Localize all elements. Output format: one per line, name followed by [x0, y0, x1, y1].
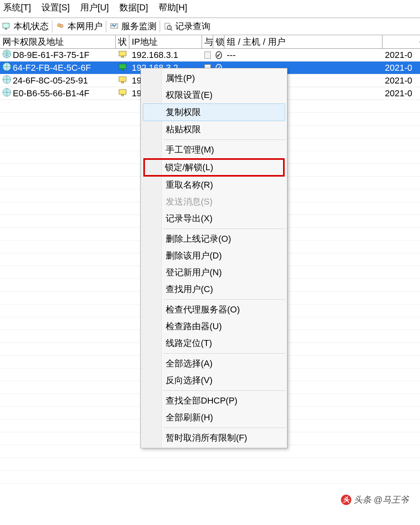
menu-settings[interactable]: 设置[S] — [40, 1, 71, 14]
context-menu-item[interactable]: 查找全部DHCP(P) — [142, 392, 286, 409]
menu-separator — [163, 353, 285, 354]
context-menu-item[interactable]: 暂时取消所有限制(F) — [142, 430, 286, 446]
context-menu-item[interactable]: 检查代理服务器(O) — [142, 301, 286, 318]
context-menu-item[interactable]: 权限设置(E) — [142, 87, 286, 103]
toolbar-lan-users-button[interactable]: 本网用户 — [67, 20, 103, 32]
monitor-small-icon — [119, 76, 127, 86]
watermark-label: 头条 @马王爷 — [354, 494, 409, 506]
menu-system[interactable]: 系统[T] — [2, 1, 33, 14]
context-menu-item[interactable]: 锁定/解锁(L) — [144, 159, 284, 176]
svg-rect-19 — [121, 95, 124, 96]
mac-address: 64-F2-FB-4E-5C-6F — [13, 63, 91, 73]
svg-rect-13 — [121, 69, 124, 70]
context-menu-item[interactable]: 全部刷新(H) — [142, 409, 286, 426]
date-cell: 2021-0 — [382, 50, 420, 60]
context-menu-item: 发送消息(S) — [142, 193, 286, 210]
context-menu-item[interactable]: 反向选择(V) — [142, 372, 286, 389]
menu-separator — [163, 229, 285, 229]
date-cell: 2021-0 — [382, 76, 420, 86]
context-menu-item[interactable]: 复制权限 — [143, 103, 285, 121]
monitor-small-icon — [119, 50, 127, 60]
toolbar-local-status-button[interactable]: 本机状态 — [14, 20, 49, 32]
menu-separator — [163, 139, 285, 140]
col-header-status3[interactable]: 锁 — [213, 35, 224, 49]
globe-icon — [2, 75, 11, 86]
col-header-status2[interactable]: 与 — [202, 35, 213, 49]
empty-row — [0, 471, 420, 483]
context-menu-item[interactable]: 属性(P) — [142, 70, 286, 87]
context-menu-item[interactable]: 删除上线记录(O) — [142, 231, 286, 247]
empty-row — [0, 458, 420, 471]
menu-separator — [163, 299, 285, 300]
context-menu-item[interactable]: 重取名称(R) — [142, 177, 286, 193]
mac-address: E0-B6-55-66-B1-4F — [13, 88, 89, 99]
toolbar-service-monitor-button[interactable]: 服务监测 — [121, 20, 157, 32]
menu-separator — [163, 390, 285, 391]
context-menu-item[interactable]: 全部选择(A) — [142, 355, 286, 372]
date-cell: 2021-0 — [382, 63, 420, 73]
toolbar: 本机状态 本网用户 服务监测 记录查询 — [0, 18, 420, 35]
menu-help[interactable]: 帮助[H] — [157, 1, 189, 14]
context-menu-item[interactable]: 线路定位(T) — [142, 335, 286, 352]
watermark-icon: 头 — [341, 495, 351, 505]
svg-rect-9 — [119, 51, 126, 56]
svg-rect-0 — [3, 23, 9, 28]
context-menu-item[interactable]: 记录导出(X) — [142, 210, 286, 227]
date-cell: 2021-0 — [382, 88, 420, 99]
context-menu-item[interactable]: 删除该用户(D) — [142, 247, 286, 264]
status-box-icon — [204, 52, 211, 59]
mac-address: 24-6F-8C-05-25-91 — [13, 76, 88, 86]
group-host-user: --- — [224, 50, 382, 60]
globe-icon — [2, 50, 11, 61]
menubar: 系统[T] 设置[S] 用户[U] 数据[D] 帮助[H] — [0, 0, 420, 18]
context-menu-item[interactable]: 检查路由器(U) — [142, 318, 286, 335]
context-menu-item[interactable]: 粘贴权限 — [142, 121, 286, 138]
svg-rect-1 — [5, 28, 7, 30]
monitor-small-icon — [119, 63, 127, 73]
context-menu-item[interactable]: 查找用户(C) — [142, 281, 286, 298]
svg-point-3 — [60, 24, 63, 28]
check-icon: ✓ — [216, 51, 222, 59]
users-icon — [55, 22, 65, 31]
svg-rect-15 — [119, 77, 126, 82]
toolbar-log-query-button[interactable]: 记录查询 — [175, 20, 210, 32]
svg-rect-10 — [121, 56, 124, 58]
col-header-ip[interactable]: IP地址 — [129, 35, 202, 49]
context-menu: 属性(P)权限设置(E)复制权限粘贴权限手工管理(M)锁定/解锁(L)重取名称(… — [141, 68, 287, 448]
computer-icon — [2, 22, 11, 31]
globe-icon — [2, 88, 11, 99]
menu-data[interactable]: 数据[D] — [118, 1, 150, 14]
table-columns-header: 网卡权限及地址 状 IP地址 与 锁 组 / 主机 / 用户 — [0, 35, 420, 49]
table-row[interactable]: D8-9E-61-F3-75-1F 192.168.3.1 ✓ --- 2021… — [0, 49, 420, 62]
ip-address: 192.168.3.1 — [129, 50, 202, 60]
col-header-date[interactable] — [382, 41, 420, 43]
menu-user[interactable]: 用户[U] — [79, 1, 111, 14]
col-header-group[interactable]: 组 / 主机 / 用户 — [224, 35, 382, 49]
context-menu-item[interactable]: 手工管理(M) — [142, 141, 286, 158]
col-header-status1[interactable]: 状 — [116, 35, 129, 49]
monitor-small-icon — [119, 88, 127, 99]
search-log-icon — [163, 22, 173, 31]
menu-separator — [163, 428, 285, 428]
context-menu-item[interactable]: 登记新用户(N) — [142, 264, 286, 281]
svg-rect-16 — [121, 82, 124, 83]
globe-icon — [2, 62, 11, 74]
svg-rect-18 — [119, 89, 126, 94]
watermark: 头 头条 @马王爷 — [341, 494, 409, 506]
mac-address: D8-9E-61-F3-75-1F — [13, 50, 89, 60]
svg-rect-12 — [119, 64, 126, 69]
svg-line-7 — [171, 29, 172, 30]
monitor-icon — [109, 22, 119, 31]
col-header-mac[interactable]: 网卡权限及地址 — [0, 35, 116, 49]
